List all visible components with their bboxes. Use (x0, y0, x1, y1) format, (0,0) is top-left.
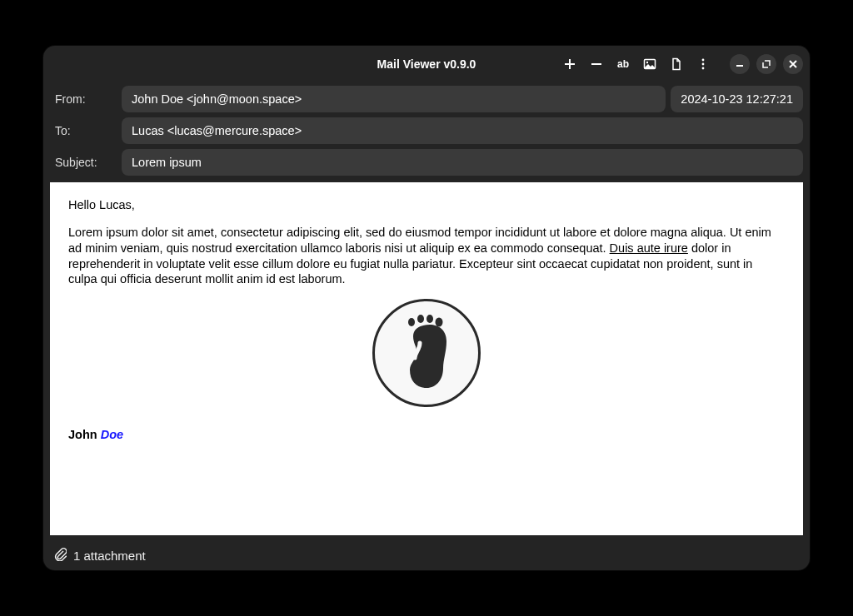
paperclip-icon (53, 548, 67, 564)
foot-icon (372, 299, 481, 407)
title-bar-controls: ab (560, 46, 803, 82)
mail-body[interactable]: Hello Lucas, Lorem ipsum dolor sit amet,… (50, 182, 803, 535)
minimize-button[interactable] (730, 54, 750, 74)
attachment-count[interactable]: 1 attachment (73, 549, 146, 563)
header-row-from: From: John Doe <john@moon.space> 2024-10… (50, 86, 803, 112)
maximize-button[interactable] (756, 54, 776, 74)
menu-icon[interactable] (693, 54, 713, 74)
app-window: Mail Viewer v0.9.0 ab (43, 46, 810, 570)
mail-headers: From: John Doe <john@moon.space> 2024-10… (43, 82, 810, 182)
header-row-to: To: Lucas <lucas@mercure.space> (50, 117, 803, 144)
svg-point-7 (426, 315, 433, 323)
plus-icon[interactable] (560, 54, 580, 74)
to-label: To: (50, 124, 117, 137)
body-greeting: Hello Lucas, (68, 197, 785, 213)
status-bar: 1 attachment (43, 540, 810, 570)
ab-icon[interactable]: ab (613, 54, 633, 74)
header-row-subject: Subject: Lorem ipsum (50, 149, 803, 176)
close-button[interactable] (783, 54, 803, 74)
svg-point-8 (436, 318, 443, 327)
date-field: 2024-10-23 12:27:21 (671, 86, 803, 112)
body-link[interactable]: Duis aute irure (610, 241, 688, 255)
signature-last-name: Doe (101, 428, 123, 441)
subject-label: Subject: (50, 156, 117, 169)
svg-point-4 (702, 67, 705, 70)
svg-point-6 (417, 315, 424, 323)
svg-point-2 (702, 59, 705, 62)
body-paragraph: Lorem ipsum dolor sit amet, consectetur … (68, 225, 785, 287)
svg-point-5 (408, 318, 415, 326)
subject-field[interactable]: Lorem ipsum (122, 149, 803, 176)
svg-point-3 (702, 63, 705, 66)
title-bar: Mail Viewer v0.9.0 ab (43, 46, 810, 82)
from-field[interactable]: John Doe <john@moon.space> (122, 86, 666, 112)
signature-first-name: John (68, 428, 97, 441)
signature: John Doe (68, 427, 785, 443)
logo-container (68, 299, 785, 407)
svg-point-1 (646, 62, 648, 63)
image-icon[interactable] (640, 54, 660, 74)
minus-icon[interactable] (586, 54, 606, 74)
document-icon[interactable] (666, 54, 686, 74)
window-title: Mail Viewer v0.9.0 (377, 57, 476, 71)
from-label: From: (50, 92, 117, 106)
to-field[interactable]: Lucas <lucas@mercure.space> (122, 117, 803, 144)
